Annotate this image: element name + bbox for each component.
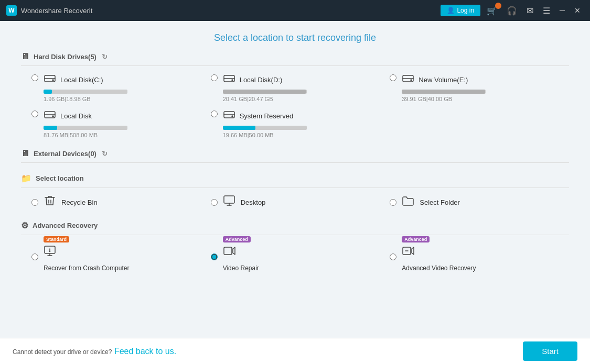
mail-button[interactable]: ✉: [523, 4, 537, 18]
app-title: Wondershare Recoverit: [21, 7, 441, 15]
feedback-link[interactable]: Feed back to us.: [114, 347, 176, 356]
drive-name-3: Local Disk: [60, 112, 92, 120]
location-item-2: Select Folder: [390, 194, 559, 210]
drive-radio-2[interactable]: [390, 74, 396, 81]
external-devices-header: 🖥 External Devices(0) ↻: [21, 149, 569, 163]
adv-icon-1: [223, 245, 259, 260]
drive-item: Local Disk 81.76 MB|508.00 MB: [31, 108, 200, 138]
hard-disk-label: Hard Disk Drives(5): [34, 53, 96, 61]
adv-info-1: Advanced Video Repair: [223, 241, 259, 272]
svg-point-2: [52, 80, 53, 81]
adv-name-0: Recover from Crash Computer: [44, 264, 129, 272]
location-icon-1: [223, 194, 235, 210]
adv-icon-0: [44, 245, 129, 260]
location-grid: Recycle Bin Desktop Select Folder: [21, 194, 569, 216]
hard-disk-section: 🖥 Hard Disk Drives(5) ↻ Local Disk(C:) 1…: [0, 52, 590, 145]
main-content: Select a location to start recovering fi…: [0, 21, 590, 364]
drive-name-4: System Reserved: [240, 112, 294, 120]
select-location-section: 📁 Select location Recycle Bin Desktop Se…: [0, 173, 590, 216]
hard-disk-icon: 🖥: [21, 52, 29, 61]
external-devices-refresh-icon[interactable]: ↻: [102, 150, 108, 158]
drive-progress-fill-1: [223, 90, 306, 94]
adv-badge-1: Advanced: [223, 236, 251, 242]
drive-info-1: Local Disk(D:) 20.41 GB|20.47 GB: [223, 72, 380, 102]
location-item-0: Recycle Bin: [31, 194, 200, 210]
adv-badge-2: Advanced: [402, 236, 430, 242]
external-devices-icon: 🖥: [21, 149, 29, 158]
drive-icon-4: [223, 108, 235, 124]
drive-info-3: Local Disk 81.76 MB|508.00 MB: [44, 108, 200, 138]
adv-radio-2[interactable]: [390, 253, 396, 260]
drive-name-0: Local Disk(C:): [60, 76, 103, 84]
start-button[interactable]: Start: [523, 341, 577, 361]
drive-info-0: Local Disk(C:) 1.96 GB|18.98 GB: [44, 72, 200, 102]
drive-name-1: Local Disk(D:): [240, 76, 283, 84]
adv-info-2: Advanced Advanced Video Recovery: [402, 241, 476, 272]
bottom-bar: Cannot detect your drive or device? Feed…: [0, 338, 590, 364]
drive-radio-3[interactable]: [31, 111, 38, 117]
drive-progress-fill-2: [402, 90, 485, 94]
bottom-text: Cannot detect your drive or device?: [13, 348, 112, 356]
drive-size-4: 19.66 MB|50.00 MB: [223, 132, 380, 138]
adv-radio-1[interactable]: [211, 253, 218, 260]
cart-icon-wrap: 🛒: [484, 4, 500, 18]
location-name-1: Desktop: [241, 198, 266, 206]
advanced-recovery-section: ⚙ Advanced Recovery Standard Recover fro…: [0, 220, 590, 278]
location-item-1: Desktop: [211, 194, 380, 210]
location-name-0: Recycle Bin: [61, 198, 98, 206]
titlebar-actions: 👤 Log in 🛒 🎧 ✉ ☰ ─ ✕: [441, 4, 584, 18]
svg-marker-26: [412, 247, 414, 255]
external-devices-label: External Devices(0): [34, 150, 96, 158]
login-button[interactable]: 👤 Log in: [441, 5, 480, 16]
hard-disk-refresh-icon[interactable]: ↻: [102, 53, 108, 61]
drive-size-2: 39.91 GB|40.00 GB: [402, 96, 559, 102]
cart-badge: [495, 3, 501, 9]
location-radio-2[interactable]: [390, 199, 396, 206]
menu-button[interactable]: ☰: [540, 4, 553, 18]
drive-name-2: New Volume(E:): [419, 76, 468, 84]
select-location-label: Select location: [36, 174, 84, 182]
svg-point-8: [411, 80, 412, 81]
page-title: Select a location to start recovering fi…: [0, 21, 590, 52]
drive-item: Local Disk(C:) 1.96 GB|18.98 GB: [31, 72, 200, 102]
titlebar: W Wondershare Recoverit 👤 Log in 🛒 🎧 ✉ ☰…: [0, 0, 590, 21]
drive-info-2: New Volume(E:) 39.91 GB|40.00 GB: [402, 72, 559, 102]
adv-item-1: Advanced Video Repair: [211, 241, 380, 272]
drive-size-1: 20.41 GB|20.47 GB: [223, 96, 380, 102]
close-button[interactable]: ✕: [571, 4, 584, 17]
drive-progress-3: [44, 126, 127, 130]
location-radio-1[interactable]: [211, 199, 218, 206]
drive-item: New Volume(E:) 39.91 GB|40.00 GB: [390, 72, 559, 102]
adv-name-2: Advanced Video Recovery: [402, 264, 476, 272]
advanced-recovery-icon: ⚙: [21, 220, 28, 230]
drive-item: System Reserved 19.66 MB|50.00 MB: [211, 108, 380, 138]
adv-icon-2: [402, 245, 476, 260]
drive-icon-1: [223, 72, 235, 87]
svg-point-22: [50, 251, 50, 252]
drive-radio-1[interactable]: [211, 74, 218, 81]
app-logo: W: [6, 5, 17, 16]
location-radio-0[interactable]: [31, 199, 38, 206]
select-location-header: 📁 Select location: [21, 173, 569, 188]
bottom-text-wrap: Cannot detect your drive or device? Feed…: [13, 347, 176, 356]
drive-icon-name-0: Local Disk(C:): [44, 72, 200, 87]
select-location-icon: 📁: [21, 173, 31, 183]
drive-icon-name-2: New Volume(E:): [402, 72, 559, 87]
drive-progress-2: [402, 90, 486, 94]
adv-info-0: Standard Recover from Crash Computer: [44, 241, 129, 272]
svg-point-5: [232, 80, 233, 81]
advanced-recovery-header: ⚙ Advanced Recovery: [21, 220, 569, 235]
headset-button[interactable]: 🎧: [503, 4, 520, 18]
drive-progress-1: [223, 90, 307, 94]
drives-grid: Local Disk(C:) 1.96 GB|18.98 GB Local Di…: [21, 72, 569, 145]
drive-size-0: 1.96 GB|18.98 GB: [44, 96, 200, 102]
adv-badge-0: Standard: [44, 236, 69, 242]
drive-radio-4[interactable]: [211, 111, 218, 117]
advanced-grid: Standard Recover from Crash Computer Adv…: [21, 241, 569, 278]
svg-rect-15: [224, 196, 234, 203]
advanced-recovery-label: Advanced Recovery: [33, 222, 98, 229]
adv-radio-0[interactable]: [31, 253, 38, 260]
svg-point-14: [232, 116, 233, 117]
drive-radio-0[interactable]: [31, 74, 38, 81]
minimize-button[interactable]: ─: [556, 4, 568, 17]
